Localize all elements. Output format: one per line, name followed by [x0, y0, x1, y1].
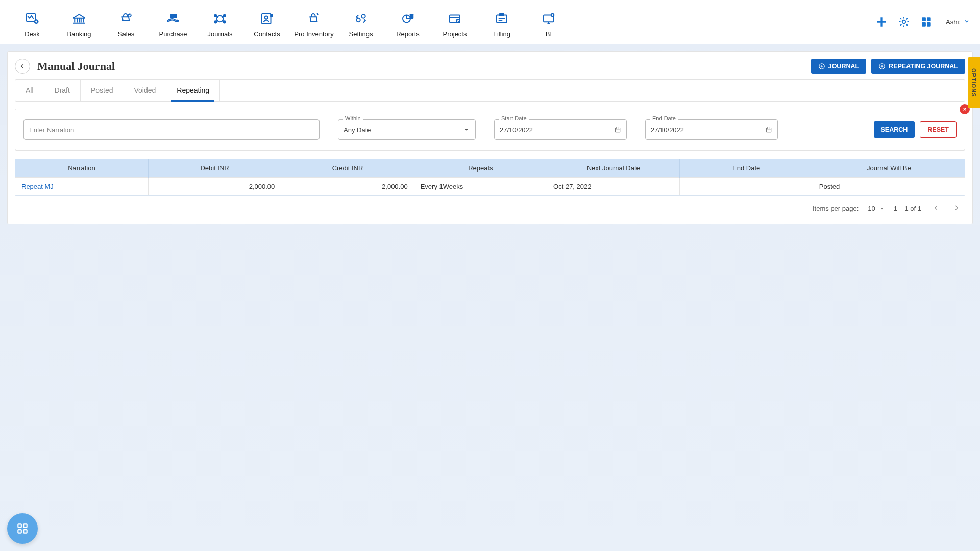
add-icon[interactable]: [874, 15, 889, 29]
gear-icon[interactable]: [897, 15, 911, 29]
row-credit: 2,000.00: [281, 178, 414, 196]
nav-label: Settings: [349, 30, 373, 38]
row-narration-link[interactable]: Repeat MJ: [21, 183, 54, 190]
page-card: Manual Journal JOURNAL REPEATING JOURNAL…: [7, 51, 973, 224]
reset-button[interactable]: RESET: [920, 121, 957, 138]
nav-item-filling[interactable]: Filling: [480, 7, 524, 38]
prev-page-button[interactable]: [930, 202, 942, 215]
nav-item-sales[interactable]: Sales: [104, 7, 148, 38]
svg-rect-24: [922, 17, 926, 21]
tab-posted[interactable]: Posted: [81, 80, 124, 101]
user-dropdown[interactable]: Ashi:: [942, 18, 970, 26]
tabs: All Draft Posted Voided Repeating: [15, 79, 965, 102]
th-repeats: Repeats: [414, 159, 547, 178]
journal-button-label: JOURNAL: [828, 63, 859, 70]
th-status: Journal Will Be: [813, 159, 965, 178]
nav-item-projects[interactable]: Projects: [433, 7, 477, 38]
svg-rect-3: [170, 14, 177, 18]
next-page-button[interactable]: [951, 202, 962, 215]
banking-icon: [71, 11, 87, 27]
row-repeats: Every 1Weeks: [414, 178, 547, 196]
page-title: Manual Journal: [37, 60, 115, 73]
bi-icon: [541, 11, 557, 27]
apps-fab[interactable]: [7, 513, 38, 544]
nav-items: Desk Banking Sales Purchase Journals Con…: [10, 7, 571, 38]
within-value: Any Date: [344, 126, 371, 134]
nav-item-contacts[interactable]: Contacts: [245, 7, 289, 38]
within-select[interactable]: Any Date: [338, 119, 476, 140]
end-date-value: 27/10/2022: [651, 126, 684, 134]
svg-rect-34: [18, 530, 21, 533]
filling-icon: [494, 11, 510, 27]
page-range: 1 – 1 of 1: [894, 205, 921, 212]
tab-repeating[interactable]: Repeating: [166, 80, 220, 101]
journals-icon: [212, 11, 228, 27]
tab-draft[interactable]: Draft: [44, 80, 81, 101]
svg-rect-35: [23, 530, 27, 533]
tab-voided[interactable]: Voided: [124, 80, 167, 101]
row-end: [680, 178, 813, 196]
search-button-label: SEARCH: [881, 126, 908, 133]
tab-all[interactable]: All: [18, 80, 44, 101]
ipp-value: 10: [868, 205, 875, 212]
reports-icon: [400, 11, 416, 27]
svg-rect-15: [410, 14, 414, 19]
narration-input[interactable]: [23, 119, 320, 140]
nav-item-proinventory[interactable]: Pro Inventory: [292, 7, 336, 38]
topbar-right: Ashi:: [874, 15, 970, 29]
nav-label: Purchase: [159, 30, 187, 38]
svg-rect-26: [922, 22, 926, 27]
repeating-journal-button[interactable]: REPEATING JOURNAL: [871, 59, 965, 74]
svg-point-13: [361, 14, 365, 18]
svg-rect-11: [270, 14, 273, 17]
user-name: Ashi:: [946, 18, 961, 26]
search-button[interactable]: SEARCH: [874, 121, 915, 138]
calculator-icon[interactable]: [919, 15, 934, 29]
svg-rect-30: [615, 128, 620, 132]
tab-label: Draft: [55, 86, 70, 94]
end-date-input[interactable]: 27/10/2022: [645, 119, 778, 140]
tab-label: Repeating: [177, 86, 209, 94]
nav-label: Contacts: [254, 30, 280, 38]
sales-icon: [118, 11, 134, 27]
purchase-icon: [165, 11, 181, 27]
th-credit: Credit INR: [281, 159, 414, 178]
svg-rect-27: [927, 22, 931, 27]
filter-panel: Within Any Date Start Date 27/10/2022 En…: [15, 109, 965, 151]
inventory-icon: [306, 11, 322, 27]
th-end: End Date: [680, 159, 813, 178]
ipp-select[interactable]: 10: [868, 205, 884, 212]
nav-item-desk[interactable]: Desk: [10, 7, 54, 38]
nav-label: BI: [546, 30, 552, 38]
nav-item-journals[interactable]: Journals: [198, 7, 242, 38]
svg-point-22: [552, 14, 553, 16]
end-date-label: End Date: [650, 115, 678, 121]
svg-rect-31: [766, 128, 771, 132]
tab-label: Posted: [91, 86, 113, 94]
tab-label: Voided: [134, 86, 156, 94]
repeating-journal-button-label: REPEATING JOURNAL: [889, 63, 958, 70]
results-table: Narration Debit INR Credit INR Repeats N…: [15, 159, 965, 196]
start-date-label: Start Date: [499, 115, 529, 121]
nav-label: Journals: [207, 30, 232, 38]
nav-item-settings[interactable]: Settings: [339, 7, 383, 38]
svg-rect-0: [27, 14, 36, 21]
row-status: Posted: [813, 178, 965, 196]
svg-rect-19: [499, 13, 504, 16]
contacts-icon: [259, 11, 275, 27]
nav-item-banking[interactable]: Banking: [57, 7, 101, 38]
options-tab[interactable]: OPTIONS: [968, 57, 980, 108]
nav-label: Filling: [493, 30, 510, 38]
journal-button[interactable]: JOURNAL: [811, 59, 866, 74]
nav-item-reports[interactable]: Reports: [386, 7, 430, 38]
pagination: Items per page: 10 1 – 1 of 1: [15, 196, 965, 215]
back-button[interactable]: [15, 59, 30, 74]
start-date-value: 27/10/2022: [500, 126, 533, 134]
svg-rect-33: [23, 524, 27, 528]
nav-label: Reports: [396, 30, 420, 38]
nav-label: Pro Inventory: [294, 30, 333, 38]
nav-item-bi[interactable]: BI: [527, 7, 571, 38]
start-date-input[interactable]: 27/10/2022: [494, 119, 627, 140]
svg-point-23: [902, 20, 906, 24]
nav-item-purchase[interactable]: Purchase: [151, 7, 195, 38]
